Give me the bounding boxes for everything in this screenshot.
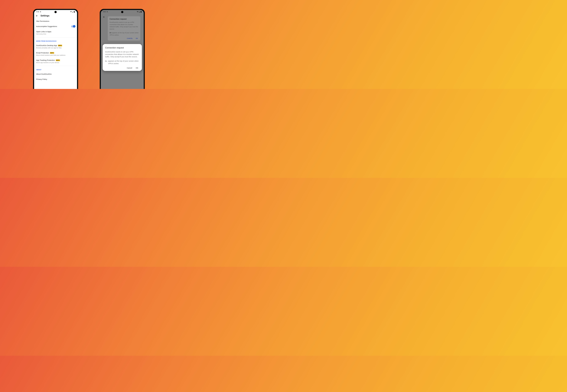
row-email-protection[interactable]: Email Protection BETA Block email tracke… [34, 50, 77, 58]
back-arrow-icon[interactable] [36, 15, 38, 17]
row-label: Site Permissions [36, 20, 75, 22]
row-open-links-in-apps[interactable]: Open Links in Apps Ask every time [34, 29, 77, 36]
row-label: About DuckDuckGo [36, 73, 75, 75]
row-label: Email Protection BETA [36, 52, 75, 54]
section-header-about: ABOUT [34, 67, 77, 71]
dialog-body-secondary: appears at the top of your screen when V… [110, 32, 138, 36]
dialog-body-secondary: appears at the top of your screen when V… [105, 60, 139, 65]
camera-cutout [121, 11, 123, 13]
vpn-key-icon [105, 60, 107, 62]
cancel-button[interactable]: CANCEL [127, 38, 133, 39]
status-time: 9:56 [36, 11, 39, 13]
row-sublabel: Browse privately with our app for Mac [36, 47, 75, 49]
battery-icon [141, 11, 142, 13]
status-time: 9:56 [103, 11, 106, 13]
page-title: Settings [41, 14, 49, 17]
signal-icon [72, 11, 74, 13]
ok-button[interactable]: OK [136, 38, 138, 39]
row-app-tracking-protection[interactable]: App Tracking Protection BETA Block app t… [34, 58, 77, 65]
titlebar: Settings [34, 13, 77, 19]
svg-rect-4 [141, 11, 141, 11]
wifi-icon [137, 11, 138, 13]
row-autocomplete-suggestions[interactable]: Autocomplete Suggestions [34, 24, 77, 29]
wifi-icon [70, 11, 72, 13]
svg-rect-1 [74, 11, 75, 11]
background-dialog: Connection request DuckDuckGo wants to s… [108, 16, 140, 41]
row-privacy-policy[interactable]: Privacy Policy [34, 77, 77, 82]
svg-rect-3 [141, 11, 142, 13]
divider [34, 66, 77, 66]
phone-connection-request: 9:56 Connection request DuckDuckGo wants… [100, 9, 145, 89]
svg-point-7 [110, 32, 111, 33]
row-label-text: DuckDuckGo Desktop App [36, 44, 57, 46]
dialog-actions: Cancel OK [105, 65, 139, 69]
camera-cutout [55, 11, 57, 13]
dialog-title: Connection request [105, 46, 139, 49]
row-sublabel: Block email trackers and hide your addre… [36, 54, 75, 56]
close-icon[interactable] [103, 16, 105, 18]
row-label: Open Links in Apps [36, 31, 75, 33]
row-label: App Tracking Protection BETA [36, 59, 75, 61]
svg-point-10 [105, 61, 106, 62]
dialog-body-text: appears at the top of your screen when V… [110, 32, 138, 36]
toggle-switch[interactable] [71, 25, 75, 28]
battery-icon [74, 11, 75, 13]
dialog-body: DuckDuckGo wants to set up a VPN connect… [105, 51, 139, 58]
dialog-body-text: appears at the top of your screen when V… [108, 60, 139, 65]
row-desktop-app[interactable]: DuckDuckGo Desktop App BETA Browse priva… [34, 43, 77, 50]
cancel-button[interactable]: Cancel [127, 67, 132, 69]
signal-icon [139, 11, 140, 13]
dialog-actions: CANCEL OK [110, 36, 138, 40]
beta-badge: BETA [50, 52, 54, 54]
dialog-title: Connection request [110, 18, 138, 20]
svg-rect-0 [74, 11, 75, 13]
vpn-key-icon [110, 32, 111, 34]
row-label: DuckDuckGo Desktop App BETA [36, 44, 75, 46]
row-label: Privacy Policy [36, 78, 75, 80]
row-label-text: Email Protection [36, 52, 49, 54]
section-header-more: MORE FROM DUCKDUCKGO [34, 38, 77, 43]
row-sublabel: Ask every time [36, 33, 75, 35]
row-about-duckduckgo[interactable]: About DuckDuckGo [34, 71, 77, 77]
ok-button[interactable]: OK [136, 67, 138, 69]
settings-gear-status-icon [40, 11, 41, 13]
row-label-text: App Tracking Protection [36, 59, 55, 61]
row-label: Autocomplete Suggestions [36, 25, 57, 28]
phone-settings: 9:56 Settings Site Permissions [33, 9, 78, 89]
beta-badge: BETA [58, 45, 62, 46]
row-sublabel: Block app trackers on your device [36, 62, 75, 63]
row-site-permissions[interactable]: Site Permissions [34, 19, 77, 24]
settings-gear-status-icon [106, 11, 108, 13]
settings-list: Site Permissions Autocomplete Suggestion… [34, 19, 77, 82]
beta-badge: BETA [56, 59, 60, 61]
dialog-body: DuckDuckGo wants to set up a VPN connect… [110, 21, 138, 30]
connection-request-dialog: Connection request DuckDuckGo wants to s… [103, 44, 142, 71]
